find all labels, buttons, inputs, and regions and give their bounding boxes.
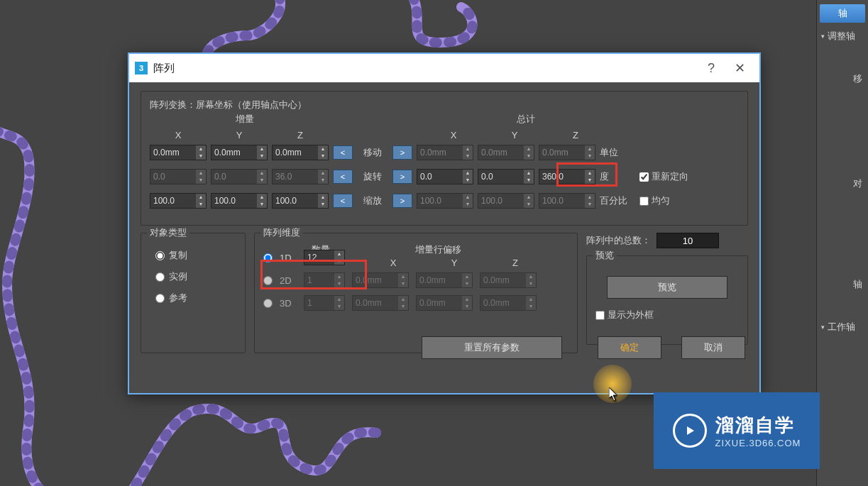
rotate-kind-left[interactable]: <: [333, 170, 353, 184]
group-preview: 预览 预览 显示为外框: [586, 255, 748, 345]
total-label: 阵列中的总数：: [586, 234, 651, 247]
transform-heading: 阵列变换：屏幕坐标（使用轴点中心）: [150, 99, 307, 111]
move-kind-left[interactable]: <: [333, 145, 353, 160]
preview-heading: 预览: [593, 249, 617, 262]
watermark: 溜溜自学 ZIXUE.3D66.COM: [654, 392, 820, 469]
highlight-rotate-z-total: [556, 162, 617, 187]
2d-z: ▲▼: [480, 272, 537, 288]
highlight-1d-count: [260, 260, 367, 289]
dialog-titlebar[interactable]: 3 阵列 ? ✕: [129, 54, 759, 82]
3d-count: ▲▼: [304, 295, 345, 311]
wireframe-checkbox[interactable]: 显示为外框: [595, 309, 739, 321]
preview-button[interactable]: 预览: [607, 276, 727, 299]
side-label-axis: 轴: [850, 277, 865, 292]
rollout-adjust-pivot[interactable]: 调整轴: [817, 27, 868, 45]
app-icon: 3: [135, 62, 148, 74]
scale-total-x: ▲▼: [417, 193, 473, 209]
3d-label: 3D: [280, 298, 297, 309]
scale-incr-y[interactable]: ▲▼: [211, 193, 268, 209]
scale-unit: 百分比: [600, 194, 635, 207]
col-z: Z: [272, 130, 329, 140]
scale-total-y: ▲▼: [478, 193, 534, 209]
radio-3d[interactable]: [263, 299, 273, 308]
offset-label: 增量行偏移: [367, 243, 509, 256]
side-label-move: 移: [850, 71, 865, 87]
reorient-checkbox[interactable]: 重新定向: [639, 170, 688, 183]
object-type-heading: 对象类型: [147, 226, 189, 239]
move-incr-x[interactable]: ▲▼: [150, 145, 207, 160]
dim-col-x: X: [363, 258, 424, 268]
3d-z: ▲▼: [480, 295, 537, 311]
rollout-working-pivot[interactable]: 工作轴: [817, 318, 868, 336]
scale-incr-x[interactable]: ▲▼: [150, 193, 207, 209]
group-object-type: 对象类型 复制 实例 参考: [141, 233, 246, 353]
group-array-transform: 阵列变换：屏幕坐标（使用轴点中心） 增量 总计 X Y Z X Y Z: [141, 91, 748, 226]
ok-button[interactable]: 确定: [598, 336, 661, 359]
cancel-button[interactable]: 取消: [681, 336, 745, 359]
rotate-incr-y: ▲▼: [211, 169, 268, 184]
move-kind-right[interactable]: >: [392, 145, 412, 160]
move-total-z: ▲▼: [539, 145, 595, 160]
side-label-align: 对: [850, 176, 865, 192]
scale-kind-right[interactable]: >: [392, 194, 412, 208]
total-count: 10: [657, 233, 719, 248]
watermark-text-cn: 溜溜自学: [715, 413, 801, 438]
move-incr-y[interactable]: ▲▼: [211, 145, 268, 160]
scale-kind-left[interactable]: <: [333, 194, 353, 208]
dialog-title: 阵列: [153, 62, 175, 75]
rotate-incr-z: ▲▼: [272, 169, 329, 184]
scale-incr-z[interactable]: ▲▼: [272, 193, 329, 209]
dim-col-z: Z: [485, 258, 546, 268]
panel-header-axis[interactable]: 轴: [820, 4, 865, 23]
watermark-url: ZIXUE.3D66.COM: [715, 438, 801, 448]
move-total-x: ▲▼: [417, 145, 473, 160]
reset-button[interactable]: 重置所有参数: [422, 336, 562, 359]
rotate-total-y[interactable]: ▲▼: [478, 169, 534, 184]
dim-col-y: Y: [424, 258, 485, 268]
move-unit: 单位: [600, 146, 635, 159]
rotate-incr-x: ▲▼: [150, 169, 207, 184]
radio-instance[interactable]: 实例: [150, 270, 236, 283]
3d-y: ▲▼: [416, 295, 473, 311]
2d-y: ▲▼: [416, 272, 473, 288]
3d-x: ▲▼: [352, 295, 409, 311]
command-panel: 轴 调整轴 移 对 轴 工作轴: [816, 0, 868, 486]
help-button[interactable]: ?: [697, 54, 725, 82]
radio-reference[interactable]: 参考: [150, 292, 236, 304]
col-ty: Y: [486, 130, 543, 140]
group-array-dimensions: 阵列维度 数量 增量行偏移 X Y Z 1D ▲▼: [254, 233, 578, 353]
col-y: Y: [211, 130, 268, 140]
close-button[interactable]: ✕: [725, 54, 754, 82]
radio-copy[interactable]: 复制: [150, 249, 236, 262]
array-dialog: 3 阵列 ? ✕ 阵列变换：屏幕坐标（使用轴点中心） 增量 总计 X Y Z: [128, 53, 761, 394]
col-tz: Z: [547, 130, 604, 140]
col-tx: X: [425, 130, 482, 140]
rotate-label: 旋转: [357, 170, 388, 183]
uniform-checkbox[interactable]: 均匀: [639, 194, 670, 207]
scale-label: 缩放: [357, 194, 388, 207]
col-x: X: [150, 130, 207, 140]
move-total-y: ▲▼: [478, 145, 534, 160]
scale-total-z: ▲▼: [539, 193, 595, 209]
play-icon: [673, 414, 707, 448]
dimensions-heading: 阵列维度: [260, 226, 303, 239]
rotate-total-x[interactable]: ▲▼: [417, 169, 473, 184]
totals-label: 总计: [431, 113, 621, 126]
incremental-label: 增量: [150, 113, 340, 126]
rotate-kind-right[interactable]: >: [392, 170, 412, 184]
move-incr-z[interactable]: ▲▼: [272, 145, 329, 160]
move-label: 移动: [357, 146, 388, 159]
